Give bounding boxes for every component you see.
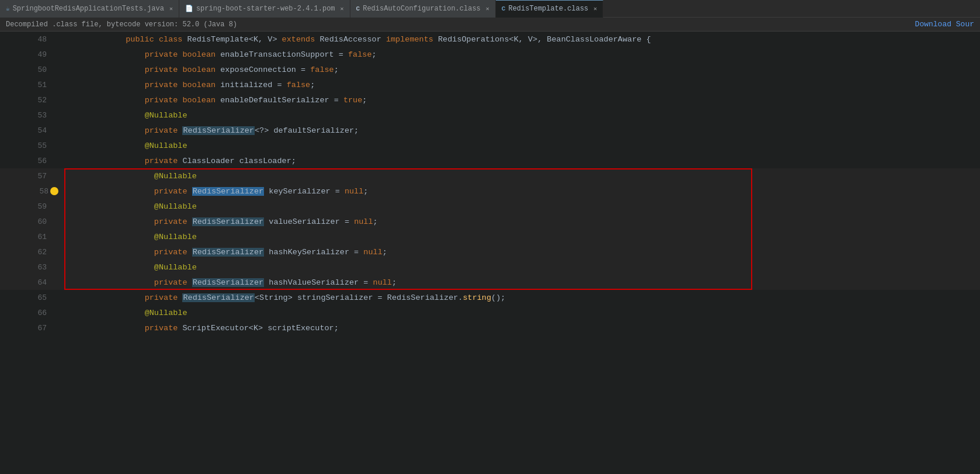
line-number: 64 bbox=[29, 278, 47, 287]
ide-window: ☕ SpringbootRedisApplicationTests.java ✕… bbox=[0, 0, 980, 335]
line-gutter: 58 bbox=[0, 187, 64, 196]
info-bar: Decompiled .class file, bytecode version… bbox=[0, 18, 980, 32]
line-gutter: 63 bbox=[0, 263, 64, 272]
line-gutter: 54 bbox=[0, 126, 64, 135]
line-number: 61 bbox=[29, 233, 47, 241]
line-gutter: 60 bbox=[0, 217, 64, 226]
line-gutter: 66 bbox=[0, 309, 64, 317]
line-gutter: 50 bbox=[0, 65, 64, 74]
code-area: 48 public class RedisTemplate<K, V> exte… bbox=[0, 32, 980, 335]
line-gutter: 51 bbox=[0, 81, 64, 89]
close-icon[interactable]: ✕ bbox=[486, 5, 489, 12]
tab-bar: ☕ SpringbootRedisApplicationTests.java ✕… bbox=[0, 0, 980, 18]
close-icon[interactable]: ✕ bbox=[340, 5, 344, 12]
tab-redis-template[interactable]: C RedisTemplate.class ✕ bbox=[496, 0, 603, 18]
line-number: 50 bbox=[29, 65, 47, 74]
line-number: 55 bbox=[29, 141, 47, 150]
tab-springboot-tests[interactable]: ☕ SpringbootRedisApplicationTests.java ✕ bbox=[0, 0, 179, 18]
line-number: 57 bbox=[29, 172, 47, 181]
tab-label: SpringbootRedisApplicationTests.java bbox=[13, 5, 164, 13]
line-number: 54 bbox=[29, 126, 47, 135]
line-number: 49 bbox=[29, 50, 47, 59]
line-content: private ScriptExecutor<K> scriptExecutor… bbox=[64, 315, 980, 336]
line-gutter: 48 bbox=[0, 35, 64, 44]
line-number: 62 bbox=[29, 248, 47, 257]
download-source-link[interactable]: Download Sour bbox=[915, 20, 974, 29]
line-number: 53 bbox=[29, 111, 47, 120]
tab-label: RedisAutoConfiguration.class bbox=[363, 5, 481, 13]
pom-icon: 📄 bbox=[185, 5, 193, 12]
line-gutter: 64 bbox=[0, 278, 64, 287]
class-active-icon: C bbox=[502, 5, 506, 12]
line-gutter: 61 bbox=[0, 233, 64, 241]
line-number: 58 bbox=[31, 187, 48, 196]
line-gutter: 53 bbox=[0, 111, 64, 120]
line-gutter: 52 bbox=[0, 96, 64, 105]
class-icon: C bbox=[356, 5, 360, 12]
java-icon: ☕ bbox=[6, 5, 10, 12]
tab-pom[interactable]: 📄 spring-boot-starter-web-2.4.1.pom ✕ bbox=[179, 0, 350, 18]
line-number: 63 bbox=[29, 263, 47, 272]
line-number: 65 bbox=[29, 293, 47, 302]
decompile-info: Decompiled .class file, bytecode version… bbox=[6, 20, 237, 29]
tab-label: spring-boot-starter-web-2.4.1.pom bbox=[196, 5, 335, 13]
tab-label: RedisTemplate.class bbox=[508, 5, 588, 13]
line-number: 52 bbox=[29, 96, 47, 105]
line-gutter: 55 bbox=[0, 141, 64, 150]
line-gutter: 62 bbox=[0, 248, 64, 257]
line-number: 56 bbox=[29, 157, 47, 165]
close-icon[interactable]: ✕ bbox=[593, 5, 597, 12]
line-number: 66 bbox=[29, 309, 47, 317]
line-gutter: 56 bbox=[0, 157, 64, 165]
line-gutter: 67 bbox=[0, 324, 64, 333]
close-icon[interactable]: ✕ bbox=[169, 5, 173, 12]
line-number: 59 bbox=[29, 202, 47, 211]
line-gutter: 59 bbox=[0, 202, 64, 211]
line-number: 67 bbox=[29, 324, 47, 333]
line-number: 60 bbox=[29, 217, 47, 226]
line-gutter: 65 bbox=[0, 293, 64, 302]
tab-redis-auto-config[interactable]: C RedisAutoConfiguration.class ✕ bbox=[350, 0, 496, 18]
line-gutter: 57 bbox=[0, 172, 64, 181]
line-gutter: 49 bbox=[0, 50, 64, 59]
line-number: 51 bbox=[29, 81, 47, 89]
line-number: 48 bbox=[29, 35, 47, 44]
highlighted-section: Redis序列化 57 @Nullable 58 bbox=[0, 168, 980, 290]
table-row: 67 private ScriptExecutor<K> scriptExecu… bbox=[0, 320, 980, 335]
